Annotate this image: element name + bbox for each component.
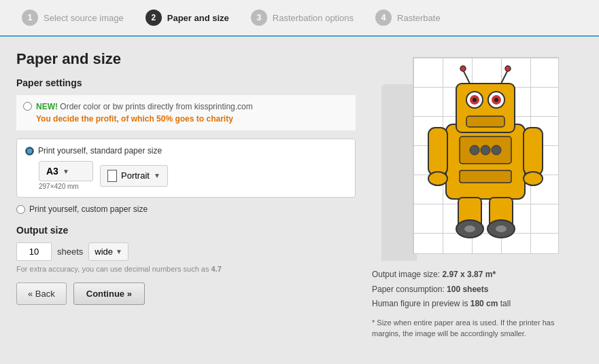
step-label-1: Select source image bbox=[44, 13, 124, 23]
option-new-row: NEW! Order color or bw prints directly f… bbox=[16, 95, 356, 130]
human-figure-line: Human figure in preview is 180 cm tall bbox=[372, 297, 583, 312]
svg-rect-19 bbox=[524, 128, 543, 175]
wide-dropdown[interactable]: wide ▼ bbox=[88, 242, 129, 261]
option-new-radio[interactable] bbox=[23, 102, 32, 111]
preview-container bbox=[372, 50, 569, 261]
preview-note: * Size when entire paper area is used. I… bbox=[372, 317, 583, 340]
svg-point-20 bbox=[428, 172, 447, 185]
human-figure-label: Human figure in preview is bbox=[372, 299, 470, 308]
svg-point-3 bbox=[460, 66, 466, 71]
orientation-dropdown[interactable]: Portrait ▼ bbox=[100, 165, 168, 187]
option-custom-row: Print yourself, custom paper size bbox=[16, 204, 356, 214]
output-size-section: Output size 10 sheets wide ▼ For extra a… bbox=[16, 225, 356, 273]
step-num-4: 4 bbox=[375, 10, 392, 26]
preview-image-area bbox=[413, 57, 559, 254]
svg-rect-17 bbox=[460, 170, 511, 183]
accuracy-hint: For extra accuracy, you can use decimal … bbox=[16, 265, 356, 273]
output-size-line: Output image size: 2.97 x 3.87 m* bbox=[372, 268, 583, 283]
orientation-value: Portrait bbox=[121, 170, 150, 181]
wizard-step-4[interactable]: 4 Rasterbate bbox=[364, 10, 451, 26]
svg-point-16 bbox=[492, 145, 501, 155]
paper-size-selector: A3 ▼ 297×420 mm bbox=[39, 161, 93, 190]
svg-point-5 bbox=[505, 66, 511, 71]
charity-text: You decide the profit, of which 50% goes… bbox=[36, 114, 233, 124]
human-silhouette bbox=[381, 84, 417, 261]
paper-controls: A3 ▼ 297×420 mm Portrait ▼ bbox=[39, 161, 347, 190]
new-badge: NEW! bbox=[36, 102, 58, 111]
paper-dims: 297×420 mm bbox=[39, 183, 93, 190]
step-num-3: 3 bbox=[251, 10, 267, 26]
accuracy-hint-pre: For extra accuracy, you can use decimal … bbox=[16, 265, 211, 273]
svg-point-21 bbox=[524, 172, 543, 185]
wide-arrow: ▼ bbox=[116, 248, 122, 255]
step-label-3: Rasterbation options bbox=[273, 13, 354, 23]
wizard-bar: 1 Select source image 2 Paper and size 3… bbox=[0, 0, 599, 37]
svg-rect-18 bbox=[428, 128, 447, 175]
paper-size-value: A3 bbox=[46, 166, 58, 177]
svg-point-14 bbox=[470, 145, 479, 155]
orientation-icon bbox=[107, 170, 117, 182]
main-content: Paper and size Paper settings NEW! Order… bbox=[0, 37, 599, 364]
option-standard-label: Print yourself, standard paper size bbox=[38, 146, 162, 156]
svg-point-15 bbox=[481, 145, 490, 155]
page-title: Paper and size bbox=[16, 50, 356, 68]
svg-point-27 bbox=[496, 225, 507, 232]
option-custom-label: Print yourself, custom paper size bbox=[29, 204, 148, 214]
step-label-2: Paper and size bbox=[167, 13, 229, 23]
orientation-arrow: ▼ bbox=[154, 172, 160, 179]
svg-point-26 bbox=[464, 225, 475, 232]
paper-size-dropdown[interactable]: A3 ▼ bbox=[39, 161, 93, 181]
human-figure-value: 180 cm bbox=[470, 299, 498, 308]
step-num-2: 2 bbox=[146, 10, 162, 26]
wizard-step-2[interactable]: 2 Paper and size bbox=[135, 10, 240, 26]
output-size-value: 2.97 x 3.87 m* bbox=[442, 270, 496, 279]
paper-consumption-line: Paper consumption: 100 sheets bbox=[372, 283, 583, 297]
output-size-label: Output image size: bbox=[372, 270, 442, 279]
wizard-step-1[interactable]: 1 Select source image bbox=[11, 10, 135, 26]
svg-point-8 bbox=[473, 98, 477, 102]
human-figure-suffix: tall bbox=[498, 299, 511, 308]
svg-point-11 bbox=[494, 98, 498, 102]
svg-rect-12 bbox=[466, 116, 504, 127]
left-panel: Paper and size Paper settings NEW! Order… bbox=[16, 50, 356, 350]
option-new-text: NEW! Order color or bw prints directly f… bbox=[36, 101, 253, 125]
step-label-4: Rasterbate bbox=[397, 13, 441, 23]
output-info: Output image size: 2.97 x 3.87 m* Paper … bbox=[372, 268, 583, 340]
sheets-label: sheets bbox=[57, 247, 83, 257]
paper-size-arrow: ▼ bbox=[63, 168, 69, 175]
paper-consumption-value: 100 sheets bbox=[447, 285, 488, 294]
option-new-desc: Order color or bw prints directly from k… bbox=[60, 102, 252, 111]
option-standard-row: Print yourself, standard paper size bbox=[25, 146, 347, 156]
option-standard-radio[interactable] bbox=[25, 147, 34, 156]
continue-button[interactable]: Continue » bbox=[73, 283, 145, 305]
option-standard-box: Print yourself, standard paper size A3 ▼… bbox=[16, 139, 356, 198]
paper-consumption-label: Paper consumption: bbox=[372, 285, 447, 294]
sheets-input[interactable]: 10 bbox=[16, 242, 52, 261]
option-custom-radio[interactable] bbox=[16, 205, 25, 214]
wide-label: wide bbox=[95, 247, 113, 257]
output-section-title: Output size bbox=[16, 225, 356, 236]
output-row: 10 sheets wide ▼ bbox=[16, 242, 356, 261]
robot-image bbox=[419, 63, 552, 248]
paper-section-title: Paper settings bbox=[16, 77, 356, 88]
svg-line-2 bbox=[463, 70, 470, 84]
wizard-step-3[interactable]: 3 Rasterbation options bbox=[240, 10, 364, 26]
svg-line-4 bbox=[501, 70, 508, 84]
back-button[interactable]: « Back bbox=[16, 283, 67, 305]
right-panel: Output image size: 2.97 x 3.87 m* Paper … bbox=[372, 50, 583, 350]
buttons-row: « Back Continue » bbox=[16, 283, 356, 305]
step-num-1: 1 bbox=[22, 10, 38, 26]
accuracy-hint-example: 4.7 bbox=[211, 265, 222, 273]
